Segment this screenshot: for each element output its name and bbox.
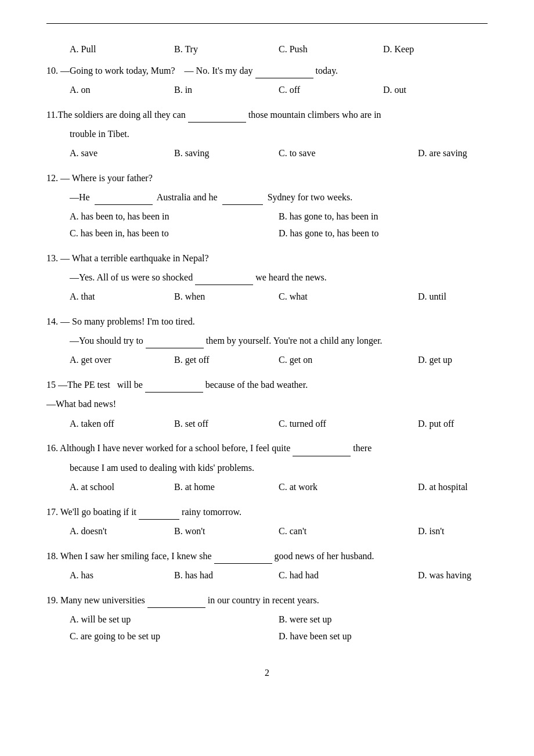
q14-blank [146,348,204,348]
question-16: 16. Although I have never worked for a s… [46,440,488,495]
q15-text-line1: 15 —The PE test will be because of the b… [46,377,488,393]
q13-opt-c: C. what [279,289,418,305]
q11-text-line2: trouble in Tibet. [70,126,488,142]
q15-opt-b: B. set off [174,416,279,433]
q16-text-line2: because I am used to dealing with kids' … [70,460,488,476]
q19-opt-d: D. have been set up [279,628,488,645]
q14-opt-c: C. get on [279,352,418,369]
q17-opt-c: C. can't [279,523,418,540]
q10-opt-d: D. out [383,82,488,99]
q10-options: A. on B. in C. off D. out [70,82,488,99]
q12-opt-c: C. has been in, has been to [70,225,279,242]
q13-opt-b: B. when [174,289,279,305]
q12-blank-a [95,204,153,205]
q13-options: A. that B. when C. what D. until [70,289,488,305]
q11-text-line1: 11.The soldiers are doing all they can t… [46,107,488,123]
q15-text-line2: —What bad news! [46,396,488,412]
q15-blank [145,392,203,393]
q14-text-line2: —You should try to them by yourself. You… [70,333,488,348]
question-17: 17. We'll go boating if it rainy tomorro… [46,504,488,540]
q16-text-line1: 16. Although I have never worked for a s… [46,440,488,456]
q12-blank-b [222,204,263,205]
q13-text-line1: 13. — What a terrible earthquake in Nepa… [46,250,488,266]
q10-opt-b: B. in [174,82,279,99]
q11-opt-d: D. are saving [418,145,522,162]
option-b-try: B. Try [174,41,279,58]
q12-opt-d: D. has gone to, has been to [279,225,488,242]
q10-opt-c: C. off [279,82,383,99]
q13-blank [195,285,253,285]
question-13: 13. — What a terrible earthquake in Nepa… [46,250,488,305]
q11-options: A. save B. saving C. to save D. are savi… [70,145,488,162]
q13-opt-d: D. until [418,289,522,305]
page-number: 2 [46,668,488,678]
q15-opt-c: C. turned off [279,416,418,433]
q12-opt-a: A. has been to, has been in [70,208,279,225]
q17-opt-a: A. doesn't [70,523,174,540]
q15-options: A. taken off B. set off C. turned off D.… [70,416,488,433]
q12-opt-b: B. has gone to, has been in [279,208,488,225]
q17-opt-b: B. won't [174,523,279,540]
q14-options: A. get over B. get off C. get on D. get … [70,352,488,369]
q18-opt-a: A. has [70,567,174,584]
question-15: 15 —The PE test will be because of the b… [46,377,488,432]
q19-opt-c: C. are going to be set up [70,628,279,645]
q11-blank [188,122,246,123]
options-pull-try: A. Pull B. Try C. Push D. Keep [70,41,488,58]
question-11: 11.The soldiers are doing all they can t… [46,107,488,162]
q17-blank [139,519,179,520]
q14-text-line1: 14. — So many problems! I'm too tired. [46,314,488,329]
q17-opt-d: D. isn't [418,523,522,540]
q18-opt-d: D. was having [418,567,522,584]
top-border [46,23,488,24]
q18-blank [214,563,272,564]
q12-text-line2: —He Australia and he Sydney for two week… [70,189,488,205]
q19-options: A. will be set up B. were set up C. are … [70,611,488,645]
q18-opt-c: C. had had [279,567,418,584]
question-18: 18. When I saw her smiling face, I knew … [46,548,488,584]
q12-text-line1: 12. — Where is your father? [46,170,488,186]
q17-options: A. doesn't B. won't C. can't D. isn't [70,523,488,540]
q18-options: A. has B. has had C. had had D. was havi… [70,567,488,584]
q15-opt-d: D. put off [418,416,522,433]
q16-opt-c: C. at work [279,479,418,496]
q11-opt-c: C. to save [279,145,418,162]
q10-blank [255,78,313,78]
q18-opt-b: B. has had [174,567,279,584]
option-a-pull: A. Pull [70,41,174,58]
q19-opt-a: A. will be set up [70,611,279,628]
q16-options: A. at school B. at home C. at work D. at… [70,479,488,496]
q10-opt-a: A. on [70,82,174,99]
option-c-push: C. Push [279,41,383,58]
q16-opt-a: A. at school [70,479,174,496]
q17-text-line1: 17. We'll go boating if it rainy tomorro… [46,504,488,520]
q10-text: 10. —Going to work today, Mum? — No. It'… [46,63,488,78]
q16-opt-d: D. at hospital [418,479,522,496]
q19-text-line1: 19. Many new universities in our country… [46,592,488,608]
question-12: 12. — Where is your father? —He Australi… [46,170,488,242]
q14-opt-d: D. get up [418,352,522,369]
q12-options: A. has been to, has been in B. has gone … [70,208,488,242]
q11-opt-b: B. saving [174,145,279,162]
q19-opt-b: B. were set up [279,611,488,628]
q16-blank [293,456,351,456]
q13-opt-a: A. that [70,289,174,305]
q14-opt-a: A. get over [70,352,174,369]
option-d-keep: D. Keep [383,41,488,58]
q13-text-line2: —Yes. All of us were so shocked we heard… [70,269,488,285]
question-10: 10. —Going to work today, Mum? — No. It'… [46,63,488,99]
q16-opt-b: B. at home [174,479,279,496]
q15-opt-a: A. taken off [70,416,174,433]
question-19: 19. Many new universities in our country… [46,592,488,645]
q18-text-line1: 18. When I saw her smiling face, I knew … [46,548,488,564]
q19-blank [147,607,205,608]
q11-opt-a: A. save [70,145,174,162]
question-14: 14. — So many problems! I'm too tired. —… [46,314,488,369]
q14-opt-b: B. get off [174,352,279,369]
